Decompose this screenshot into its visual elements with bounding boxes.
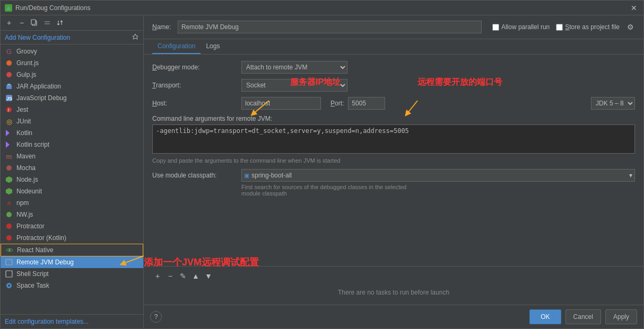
jdk-dropdown[interactable]: JDK 5 – 8 JDK 9+	[591, 97, 635, 110]
svg-marker-15	[6, 141, 10, 148]
sidebar-item-jsdebug[interactable]: JS JavaScript Debug	[1, 92, 143, 104]
debugger-mode-row: Debugger mode: Attach to remote JVM List…	[152, 61, 635, 74]
svg-text:JS: JS	[6, 96, 12, 101]
jest-icon: J	[5, 105, 13, 114]
svg-point-22	[6, 235, 12, 241]
sidebar-footer: Edit configuration templates...	[1, 314, 143, 328]
store-label: Store as project file	[565, 23, 620, 31]
module-dropdown-button[interactable]: ▾	[629, 172, 632, 179]
kotlin-icon	[5, 129, 13, 137]
sidebar-item-space-task[interactable]: Space Task	[1, 280, 143, 291]
sidebar-item-label: React Native	[17, 246, 54, 254]
sidebar-item-maven[interactable]: m Maven	[1, 150, 143, 162]
ok-button[interactable]: OK	[529, 309, 561, 324]
cancel-button[interactable]: Cancel	[565, 309, 601, 324]
sidebar-item-label: Gulp.js	[16, 71, 36, 78]
before-launch-add-button[interactable]: +	[152, 271, 163, 281]
sidebar-item-react-native[interactable]: React Native	[1, 244, 143, 256]
name-input[interactable]	[178, 21, 482, 33]
svg-rect-8	[7, 84, 11, 85]
svg-text:J: J	[7, 108, 10, 112]
sidebar-item-label: JAR Application	[16, 83, 61, 90]
tab-logs[interactable]: Logs	[201, 39, 225, 54]
kotlin-script-icon	[5, 140, 13, 149]
sidebar-item-label: JUnit	[16, 118, 31, 125]
module-hint-line2: module classpath	[241, 190, 635, 197]
maven-icon: m	[5, 152, 13, 161]
move-config-button[interactable]	[42, 17, 53, 28]
sidebar-item-nodeunit[interactable]: Nodeunit	[1, 185, 143, 197]
add-config-pin-icon	[132, 33, 139, 42]
sidebar-item-junit[interactable]: ◎ JUnit	[1, 115, 143, 127]
help-button[interactable]: ?	[150, 311, 162, 323]
bottom-bar: ? OK Cancel Apply	[144, 305, 643, 328]
sidebar-item-protractor[interactable]: Protractor	[1, 220, 143, 232]
svg-point-21	[6, 224, 12, 229]
module-icon: ▣	[244, 172, 249, 179]
sidebar-item-shell-script[interactable]: Shell Script	[1, 268, 143, 280]
allow-parallel-run-checkbox[interactable]	[492, 24, 499, 31]
module-label: Use module classpath:	[152, 172, 237, 179]
sidebar: + −	[1, 15, 144, 328]
svg-rect-26	[7, 261, 11, 264]
sidebar-item-gruntjs[interactable]: Grunt.js	[1, 57, 143, 69]
before-launch-down-button[interactable]: ▼	[203, 271, 214, 281]
add-config-label[interactable]: Add New Configuration	[5, 34, 70, 41]
sidebar-item-kotlin[interactable]: Kotlin	[1, 127, 143, 139]
main-content: + −	[1, 15, 643, 328]
sidebar-item-label: Grunt.js	[16, 59, 39, 67]
sidebar-item-jar[interactable]: JAR Application	[1, 81, 143, 92]
sidebar-item-jest[interactable]: J Jest	[1, 104, 143, 115]
remove-config-button[interactable]: −	[16, 17, 27, 28]
transport-label: Transport:	[152, 82, 237, 89]
sidebar-item-label: Protractor	[16, 223, 45, 230]
cmd-textarea[interactable]: -agentlib:jdwp=transport=dt_socket,serve…	[152, 125, 635, 154]
edit-templates-link[interactable]: Edit configuration templates...	[5, 318, 89, 325]
right-panel: Name: Allow parallel run Store as projec…	[144, 15, 643, 328]
sidebar-item-npm[interactable]: n npm	[1, 197, 143, 209]
remote-jvm-icon	[5, 258, 13, 266]
apply-button[interactable]: Apply	[605, 309, 637, 324]
sidebar-item-label: Mocha	[16, 164, 36, 172]
sidebar-item-groovy[interactable]: G Groovy	[1, 46, 143, 57]
tab-configuration[interactable]: Configuration	[152, 39, 201, 54]
space-icon	[5, 281, 13, 290]
protractor-kotlin-icon	[5, 234, 13, 242]
allow-parallel-run-label[interactable]: Allow parallel run	[492, 23, 550, 31]
sidebar-item-nodejs[interactable]: Node.js	[1, 174, 143, 185]
sidebar-item-nwjs[interactable]: NW.js	[1, 209, 143, 220]
debugger-mode-select[interactable]: Attach to remote JVM Listen to remote JV…	[241, 61, 347, 74]
before-launch-edit-button[interactable]: ✎	[178, 271, 188, 281]
sidebar-item-mocha[interactable]: Mocha	[1, 162, 143, 174]
svg-rect-27	[6, 271, 12, 277]
transport-select[interactable]: Socket Shared memory	[241, 79, 347, 92]
copy-config-button[interactable]	[29, 17, 40, 28]
svg-marker-14	[10, 130, 13, 136]
svg-point-17	[6, 165, 12, 171]
add-config-button[interactable]: +	[4, 17, 14, 28]
groovy-icon: G	[5, 47, 13, 56]
store-as-project-file-label[interactable]: Store as project file	[556, 23, 620, 31]
gear-button[interactable]: ⚙	[626, 23, 635, 31]
store-as-project-file-checkbox[interactable]	[556, 24, 563, 31]
transport-row: Transport: Socket Shared memory	[152, 79, 635, 92]
svg-rect-2	[31, 20, 36, 24]
module-hint: First search for sources of the debugged…	[241, 184, 635, 197]
nodeunit-icon	[5, 187, 13, 195]
svg-marker-13	[6, 130, 10, 136]
grunt-icon	[5, 59, 13, 67]
sidebar-toolbar: + −	[1, 15, 143, 31]
cmd-label: Command line arguments for remote JVM:	[152, 115, 272, 122]
port-input[interactable]	[348, 97, 385, 110]
close-button[interactable]: ✕	[629, 4, 639, 12]
before-launch-remove-button[interactable]: −	[165, 271, 176, 281]
module-row: Use module classpath: ▣ spring-boot-all …	[152, 169, 635, 182]
sidebar-item-remote-jvm[interactable]: Remote JVM Debug	[1, 256, 143, 268]
sort-config-button[interactable]	[55, 17, 65, 28]
host-input[interactable]	[241, 97, 321, 110]
sidebar-item-protractor-kotlin[interactable]: Protractor (Kotlin)	[1, 232, 143, 244]
sidebar-item-gulpjs[interactable]: Gulp.js	[1, 69, 143, 81]
before-launch-up-button[interactable]: ▲	[190, 271, 201, 281]
junit-icon: ◎	[5, 117, 13, 126]
sidebar-item-kotlin-script[interactable]: Kotlin script	[1, 139, 143, 150]
